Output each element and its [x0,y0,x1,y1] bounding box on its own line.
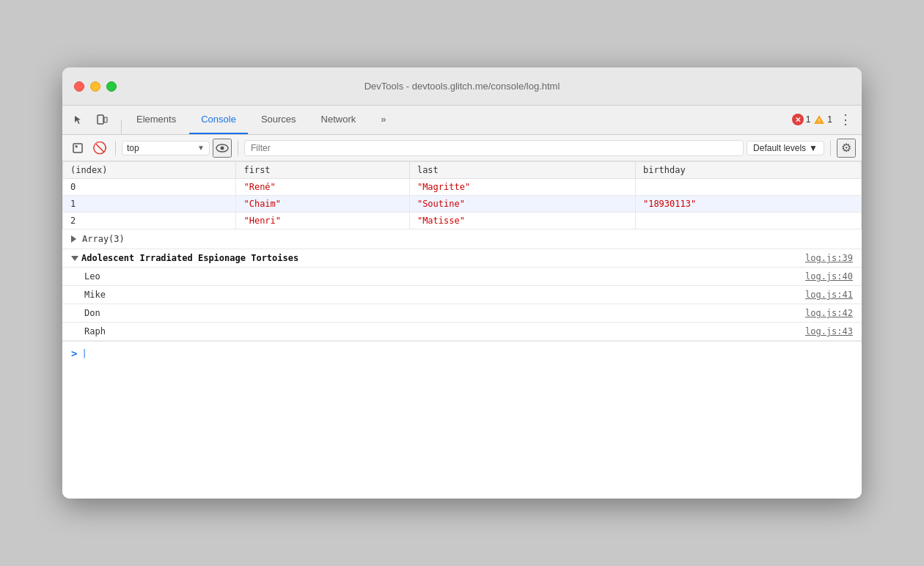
cell-first-2: "Henri" [236,213,409,229]
console-toolbar: 🚫 top ▼ Default levels ▼ ⚙ [62,135,862,161]
minimize-button[interactable] [90,81,100,92]
error-badge[interactable]: ✕ 1 [792,114,811,125]
devtools-window: DevTools - devtools.glitch.me/console/lo… [62,67,862,499]
eye-button[interactable] [213,139,232,158]
close-button[interactable] [74,81,84,92]
cell-last-0: "Magritte" [409,179,635,196]
title-bar: DevTools - devtools.glitch.me/console/lo… [62,67,862,106]
toolbar-icons [68,109,112,130]
table-row[interactable]: 2 "Henri" "Matisse" [63,213,862,229]
table-row[interactable]: 0 "René" "Magritte" [63,179,862,196]
cell-last-1: "Soutine" [409,196,635,213]
settings-button[interactable]: ⚙ [837,139,856,158]
maximize-button[interactable] [106,81,117,92]
no-entry-button[interactable]: 🚫 [90,139,109,158]
col-last: last [409,162,635,179]
console-divider [115,141,116,155]
eye-icon [216,144,229,152]
log-item-2[interactable]: Don log.js:42 [62,304,862,323]
console-input-row: > | [62,341,862,365]
cell-birthday-2 [635,213,861,229]
tabs-right: ✕ 1 ! 1 ⋮ [792,109,856,130]
device-icon [96,114,108,125]
svg-rect-0 [98,115,103,124]
tab-console[interactable]: Console [189,105,248,134]
cell-index-1: 1 [63,196,236,213]
log-item-3[interactable]: Raph log.js:43 [62,323,862,341]
col-birthday: birthday [635,162,861,179]
more-options-button[interactable]: ⋮ [835,109,856,130]
clear-console-button[interactable] [68,139,87,158]
warning-icon: ! [813,114,825,125]
svg-text:!: ! [818,117,821,124]
tab-network[interactable]: Network [309,105,368,134]
window-title: DevTools - devtools.glitch.me/console/lo… [364,81,560,92]
array-row[interactable]: Array(3) [62,229,862,249]
expand-icon [71,235,76,243]
log-item-1[interactable]: Mike log.js:41 [62,286,862,304]
console-prompt: > [71,348,77,359]
cursor-icon [73,114,84,125]
console-divider2 [238,141,238,155]
device-toggle-button[interactable] [92,109,112,130]
cell-last-2: "Matisse" [409,213,635,229]
table-body: 0 "René" "Magritte" 1 "Chaim" "Soutine" … [63,179,862,229]
levels-select[interactable]: Default levels ▼ [747,141,824,155]
cell-birthday-0 [635,179,861,196]
col-first: first [236,162,409,179]
context-select[interactable]: top ▼ [122,141,210,155]
cell-index-0: 0 [63,179,236,196]
toolbar-divider [121,120,122,134]
console-divider3 [830,141,831,155]
console-content: (index) first last birthday 0 "René" "Ma… [62,161,862,499]
table-header-row: (index) first last birthday [63,162,862,179]
tabs-bar: Elements Console Sources Network » ✕ 1 ! [62,106,862,135]
svg-rect-1 [104,117,107,122]
levels-arrow-icon: ▼ [809,143,818,153]
warning-badge[interactable]: ! 1 [813,114,832,125]
cell-index-2: 2 [63,213,236,229]
filter-input[interactable] [244,140,744,156]
console-cursor[interactable]: | [81,348,87,359]
table-header: (index) first last birthday [63,162,862,179]
cursor-tool-button[interactable] [68,109,89,130]
collapse-icon [71,256,78,261]
tab-sources[interactable]: Sources [249,105,308,134]
error-icon: ✕ [792,114,804,125]
table-row[interactable]: 1 "Chaim" "Soutine" "18930113" [63,196,862,213]
cell-first-0: "René" [236,179,409,196]
tab-elements[interactable]: Elements [125,105,188,134]
clear-icon [73,143,83,153]
cell-first-1: "Chaim" [236,196,409,213]
console-table: (index) first last birthday 0 "René" "Ma… [62,161,862,229]
context-select-arrow-icon: ▼ [197,144,205,152]
cell-birthday-1: "18930113" [635,196,861,213]
tab-more[interactable]: » [369,105,397,134]
svg-rect-4 [73,144,82,152]
log-item-0[interactable]: Leo log.js:40 [62,268,862,286]
traffic-lights [74,81,117,92]
log-group-header[interactable]: Adolescent Irradiated Espionage Tortoise… [62,249,862,268]
col-index: (index) [63,162,236,179]
svg-point-7 [221,146,224,150]
